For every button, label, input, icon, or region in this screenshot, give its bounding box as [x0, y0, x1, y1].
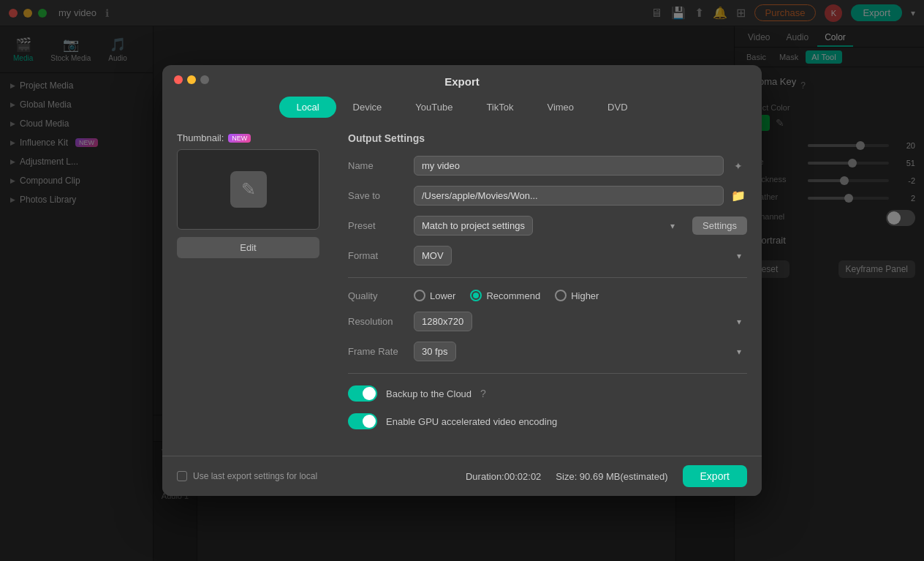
quality-row: Quality Lower Recommend [348, 290, 747, 301]
gpu-label: Enable GPU accelerated video encoding [386, 416, 557, 427]
format-row: Format MOV [348, 246, 747, 266]
save-to-input-group: 📁 [414, 186, 747, 206]
settings-button[interactable]: Settings [692, 217, 747, 235]
modal-tabs: Local Device YouTube TikTok Vimeo DVD [162, 88, 762, 118]
radio-lower[interactable] [414, 290, 425, 301]
save-to-label: Save to [348, 190, 414, 201]
name-row: Name ✦ [348, 156, 747, 176]
thumbnail-badge: NEW [228, 134, 251, 143]
footer-checkbox-row: Use last export settings for local [177, 471, 317, 481]
frame-rate-row: Frame Rate 30 fps [348, 342, 747, 361]
output-section: Output Settings Name ✦ Save to 📁 [348, 132, 747, 441]
gpu-toggle[interactable] [348, 413, 377, 429]
modal-title: Export [444, 75, 480, 88]
quality-lower-label: Lower [430, 290, 455, 301]
radio-higher[interactable] [555, 290, 567, 301]
format-select[interactable]: MOV [414, 246, 452, 266]
modal-title-bar: Export [162, 65, 762, 88]
thumbnail-label: Thumbnail: NEW [177, 132, 330, 143]
quality-recommend[interactable]: Recommend [470, 290, 540, 301]
quality-recommend-label: Recommend [486, 290, 540, 301]
resolution-select-wrapper: 1280x720 [414, 312, 747, 331]
radio-recommend[interactable] [470, 290, 482, 301]
modal-traffic-lights [174, 75, 209, 84]
modal-tab-dvd[interactable]: DVD [591, 97, 644, 118]
folder-icon[interactable]: 📁 [730, 187, 747, 205]
modal-footer: Use last export settings for local Durat… [162, 456, 762, 496]
radio-recommend-dot [473, 293, 479, 298]
gpu-row: Enable GPU accelerated video encoding [348, 413, 747, 429]
quality-lower[interactable]: Lower [414, 290, 455, 301]
preset-row: Preset Match to project settings Setting… [348, 216, 747, 236]
preset-select[interactable]: Match to project settings [414, 216, 533, 236]
modal-tab-tiktok[interactable]: TikTok [469, 97, 530, 118]
format-label: Format [348, 250, 414, 261]
name-input-group: ✦ [414, 156, 747, 176]
resolution-row: Resolution 1280x720 [348, 312, 747, 331]
export-modal: Export Local Device YouTube TikTok Vimeo… [162, 65, 762, 496]
backup-toggle-knob [363, 387, 376, 400]
modal-overlay: Export Local Device YouTube TikTok Vimeo… [0, 0, 924, 561]
quality-radio-group: Lower Recommend Higher [414, 290, 599, 301]
ai-magic-icon[interactable]: ✦ [730, 157, 747, 175]
save-to-row: Save to 📁 [348, 186, 747, 206]
modal-body: Thumbnail: NEW ✎ Edit Output Settings Na… [162, 118, 762, 456]
modal-tl-red[interactable] [174, 75, 183, 84]
backup-row: Backup to the Cloud ? [348, 385, 747, 402]
modal-tab-vimeo[interactable]: Vimeo [530, 97, 591, 118]
modal-tab-youtube[interactable]: YouTube [398, 97, 469, 118]
thumbnail-preview: ✎ [177, 149, 319, 230]
thumbnail-text: Thumbnail: [177, 132, 224, 143]
format-select-wrapper: MOV [414, 246, 747, 266]
name-label: Name [348, 160, 414, 171]
preset-select-wrapper: Match to project settings [414, 216, 681, 236]
resolution-select[interactable]: 1280x720 [414, 312, 472, 331]
size-stat: Size: 90.69 MB(estimated) [556, 471, 667, 482]
use-last-settings-label: Use last export settings for local [193, 471, 317, 481]
quality-higher[interactable]: Higher [555, 290, 599, 301]
name-input[interactable] [414, 156, 724, 176]
frame-rate-select-wrapper: 30 fps [414, 342, 747, 361]
frame-rate-label: Frame Rate [348, 346, 414, 357]
modal-tab-local[interactable]: Local [279, 97, 336, 118]
use-last-settings-checkbox[interactable] [177, 471, 187, 481]
modal-tl-yellow[interactable] [187, 75, 196, 84]
backup-help-icon[interactable]: ? [480, 388, 486, 399]
toggles-divider [348, 373, 747, 374]
modal-tab-device[interactable]: Device [336, 97, 399, 118]
footer-info: Duration:00:02:02 Size: 90.69 MB(estimat… [466, 465, 747, 487]
frame-rate-select[interactable]: 30 fps [414, 342, 456, 361]
edit-pencil-icon: ✎ [241, 179, 256, 200]
export-final-button[interactable]: Export [683, 465, 747, 487]
resolution-label: Resolution [348, 316, 414, 327]
quality-higher-label: Higher [571, 290, 599, 301]
modal-tl-green[interactable] [200, 75, 209, 84]
settings-divider [348, 277, 747, 278]
output-title: Output Settings [348, 132, 747, 144]
gpu-toggle-knob [363, 415, 376, 428]
edit-thumbnail-button[interactable]: Edit [177, 237, 319, 258]
backup-toggle[interactable] [348, 385, 377, 402]
thumbnail-section: Thumbnail: NEW ✎ Edit [177, 132, 330, 441]
thumbnail-icon: ✎ [230, 171, 267, 208]
preset-input-group: Match to project settings Settings [414, 216, 747, 236]
preset-label: Preset [348, 220, 414, 231]
backup-label: Backup to the Cloud [386, 388, 472, 399]
duration-stat: Duration:00:02:02 [466, 471, 541, 482]
save-to-input[interactable] [414, 186, 724, 206]
quality-label: Quality [348, 290, 414, 301]
